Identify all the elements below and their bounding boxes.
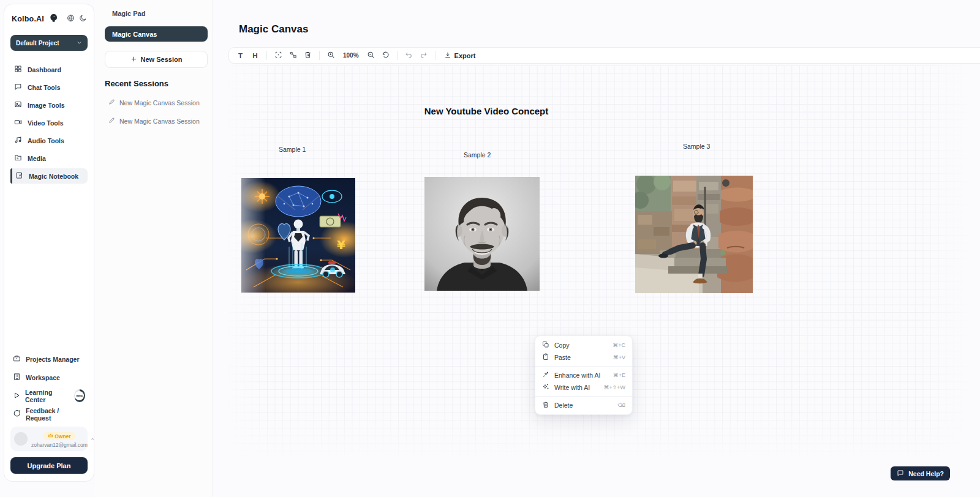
dark-mode-moon-icon[interactable]: [79, 13, 87, 24]
pencil-icon: [108, 99, 115, 106]
sidebar-item-label: Magic Notebook: [29, 173, 78, 180]
sidebar-item-video-tools[interactable]: Video Tools: [10, 115, 88, 130]
new-session-button[interactable]: New Session: [105, 51, 208, 68]
context-menu-divider: [535, 366, 632, 367]
need-help-button[interactable]: Need Help?: [891, 466, 950, 480]
trash-icon: [304, 51, 312, 60]
rotate-reset-icon: [382, 51, 390, 60]
primary-sidebar: Kolbo.AI Default Project Dashboard Chat …: [4, 4, 94, 482]
context-menu-item-copy[interactable]: Copy ⌘+C: [535, 339, 632, 351]
text-tool-button[interactable]: T: [234, 49, 247, 62]
tab-magic-canvas[interactable]: Magic Canvas: [105, 26, 208, 42]
heading-tool-button[interactable]: H: [249, 49, 262, 62]
context-menu-divider: [535, 396, 632, 397]
session-item-label: New Magic Canvas Session: [119, 99, 200, 106]
chevron-down-icon: [77, 40, 82, 47]
sidebar-item-projects-manager[interactable]: Projects Manager: [10, 353, 88, 365]
select-area-button[interactable]: [272, 49, 285, 62]
connector-tool-button[interactable]: [287, 49, 300, 62]
magic-canvas-label: Magic Canvas: [112, 31, 157, 38]
export-label: Export: [454, 52, 476, 59]
context-item-label: Write with AI: [554, 384, 598, 391]
help-chat-icon: [897, 469, 904, 478]
upgrade-plan-button[interactable]: Upgrade Plan: [10, 457, 88, 474]
select-area-icon: [274, 51, 282, 60]
download-icon: [444, 51, 451, 60]
sample-image-1-ai-robot[interactable]: ¥: [241, 178, 355, 293]
session-list-item[interactable]: New Magic Canvas Session: [108, 99, 206, 106]
export-button[interactable]: Export: [440, 51, 480, 60]
context-menu-item-paste[interactable]: Paste ⌘+V: [535, 351, 632, 364]
sidebar-item-label: Image Tools: [28, 102, 64, 109]
upgrade-plan-label: Upgrade Plan: [28, 462, 71, 469]
user-caret-icon: ˄: [91, 436, 94, 442]
crown-icon: [48, 433, 53, 439]
delete-tool-button[interactable]: [301, 49, 314, 62]
context-menu-item-enhance-with-ai[interactable]: Enhance with AI ⌘+E: [535, 369, 632, 381]
redo-icon: [420, 51, 428, 60]
reset-view-button[interactable]: [379, 49, 392, 62]
notebook-pencil-icon: [15, 171, 23, 181]
footer-item-label: Projects Manager: [26, 356, 80, 363]
zoom-out-button[interactable]: [364, 49, 377, 62]
heading-tool-glyph: H: [252, 52, 257, 59]
context-item-shortcut: ⌘+⇧+W: [603, 384, 625, 390]
sidebar-item-magic-notebook[interactable]: Magic Notebook: [10, 168, 88, 184]
sidebar-item-media[interactable]: Media: [10, 151, 88, 166]
sidebar-item-workspace[interactable]: Workspace: [10, 371, 88, 384]
session-list-item[interactable]: New Magic Canvas Session: [108, 117, 206, 125]
sidebar-item-audio-tools[interactable]: Audio Tools: [10, 133, 88, 148]
magic-wand-icon: [542, 370, 549, 381]
project-selector-label: Default Project: [16, 40, 59, 47]
zoom-in-icon: [327, 51, 335, 60]
copy-icon: [542, 340, 549, 351]
sample-image-2-portrait[interactable]: [424, 177, 540, 291]
connector-icon: [289, 51, 297, 60]
zoom-in-button[interactable]: [325, 49, 337, 62]
main-area: Magic Canvas T H 100%: [213, 0, 980, 497]
user-avatar: [14, 432, 28, 446]
chat-bubble-icon: [14, 83, 22, 92]
canvas-title-text[interactable]: New Youtube Video Concept: [422, 106, 551, 116]
toolbar-divider: [319, 51, 320, 60]
footer-item-label: Feedback / Request: [26, 407, 85, 422]
context-menu-item-delete[interactable]: Delete ⌫: [535, 399, 632, 411]
page-title: Magic Canvas: [239, 23, 308, 36]
need-help-label: Need Help?: [908, 470, 944, 477]
learning-progress-value: 66%: [75, 391, 84, 400]
toolbar-divider: [435, 51, 435, 60]
media-folder-icon: [14, 154, 22, 163]
sample-label-1[interactable]: Sample 1: [279, 146, 306, 153]
briefcase-icon: [13, 354, 21, 364]
context-menu: Copy ⌘+C Paste ⌘+V Enhance with AI ⌘+E W…: [535, 335, 633, 415]
play-icon: [13, 392, 20, 400]
feedback-speech-icon: [13, 409, 21, 419]
magic-canvas-surface[interactable]: New Youtube Video Concept Sample 1 Sampl…: [228, 65, 969, 457]
tab-magic-pad[interactable]: Magic Pad: [110, 9, 206, 18]
zoom-level-value: 100%: [339, 52, 363, 59]
sidebar-item-label: Media: [28, 155, 46, 162]
sidebar-item-image-tools[interactable]: Image Tools: [10, 97, 88, 113]
redo-button[interactable]: [417, 49, 430, 62]
image-icon: [14, 100, 22, 110]
user-account-card[interactable]: Owner zoharvan12@gmail.com ˄: [10, 427, 88, 451]
music-note-icon: [14, 136, 22, 145]
sample-label-2[interactable]: Sample 2: [464, 151, 491, 159]
undo-button[interactable]: [402, 49, 415, 62]
sidebar-footer-nav: Projects Manager Workspace Learning Cent…: [10, 353, 88, 420]
context-menu-item-write-with-ai[interactable]: Write with AI ⌘+⇧+W: [535, 381, 632, 394]
sidebar-item-chat-tools[interactable]: Chat Tools: [10, 80, 88, 95]
trash-icon: [542, 400, 549, 411]
context-item-shortcut: ⌘+E: [613, 372, 625, 378]
project-selector[interactable]: Default Project: [10, 35, 88, 51]
sidebar-item-feedback-request[interactable]: Feedback / Request: [10, 408, 88, 420]
svg-text:¥: ¥: [337, 237, 345, 252]
sample-label-3[interactable]: Sample 3: [683, 143, 710, 150]
language-globe-icon[interactable]: [67, 13, 75, 24]
video-camera-icon: [14, 118, 22, 127]
plus-icon: [130, 56, 137, 64]
sidebar-item-learning-center[interactable]: Learning Center 66%: [10, 389, 88, 402]
toolbar-divider: [266, 51, 267, 60]
sidebar-item-dashboard[interactable]: Dashboard: [10, 62, 88, 77]
sample-image-3-man-on-ruins[interactable]: [635, 176, 753, 293]
